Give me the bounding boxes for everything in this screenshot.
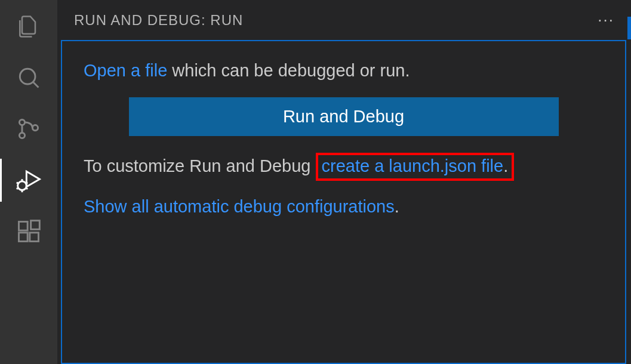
open-file-link[interactable]: Open a file xyxy=(84,61,167,80)
more-actions-icon[interactable]: ··· xyxy=(598,11,614,29)
open-file-line: Open a file which can be debugged or run… xyxy=(84,58,604,84)
sidebar-header: RUN AND DEBUG: RUN ··· xyxy=(57,0,631,40)
activity-bar xyxy=(0,0,57,364)
right-edge-stripe xyxy=(627,17,631,39)
create-launch-highlight: create a launch.json file. xyxy=(316,153,515,181)
svg-rect-15 xyxy=(30,233,39,242)
extensions-icon[interactable] xyxy=(14,217,43,246)
run-debug-icon[interactable] xyxy=(14,166,43,195)
svg-line-8 xyxy=(17,183,19,184)
svg-rect-16 xyxy=(31,221,40,230)
show-configs-after: . xyxy=(395,197,399,216)
svg-line-11 xyxy=(26,188,27,189)
svg-point-3 xyxy=(19,132,24,138)
svg-rect-13 xyxy=(19,222,28,231)
show-configs-line: Show all automatic debug configurations. xyxy=(84,194,604,220)
svg-line-9 xyxy=(17,188,19,189)
create-launch-link[interactable]: create a launch.json file xyxy=(322,156,504,175)
svg-point-0 xyxy=(20,69,35,84)
source-control-icon[interactable] xyxy=(14,115,43,143)
show-configs-link[interactable]: Show all automatic debug configurations xyxy=(84,197,395,216)
sidebar-panel: RUN AND DEBUG: RUN ··· Open a file which… xyxy=(57,0,631,364)
svg-point-2 xyxy=(19,119,24,125)
run-debug-content: Open a file which can be debugged or run… xyxy=(61,40,626,364)
svg-rect-14 xyxy=(19,233,28,242)
open-file-rest: which can be debugged or run. xyxy=(167,61,410,80)
customize-line: To customize Run and Debug create a laun… xyxy=(84,153,604,181)
svg-marker-5 xyxy=(26,171,39,187)
explorer-icon[interactable] xyxy=(14,12,43,41)
svg-point-6 xyxy=(18,181,27,190)
search-icon[interactable] xyxy=(14,63,43,92)
svg-line-10 xyxy=(26,183,27,184)
panel-title: RUN AND DEBUG: RUN xyxy=(74,12,243,29)
svg-line-1 xyxy=(33,82,39,88)
customize-before: To customize Run and Debug xyxy=(84,156,316,175)
run-and-debug-button[interactable]: Run and Debug xyxy=(129,97,559,136)
customize-after: . xyxy=(503,156,508,175)
